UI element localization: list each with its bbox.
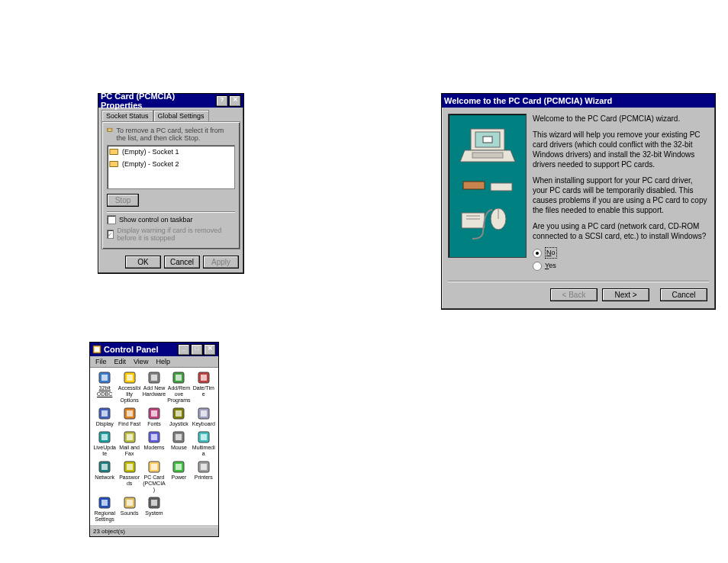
control-panel-item[interactable]: Fonts xyxy=(142,406,166,428)
wizard-heading: Welcome to the PC Card (PCMCIA) wizard. xyxy=(533,114,709,124)
applet-icon xyxy=(197,407,211,420)
svg-rect-47 xyxy=(201,434,207,440)
applet-label: Find Fast xyxy=(118,421,140,427)
applet-label: Accessibility Options xyxy=(118,385,140,404)
control-panel-item[interactable]: Passwords xyxy=(117,459,141,494)
display-warning-checkbox[interactable]: ✓ xyxy=(107,230,114,239)
applet-icon xyxy=(147,460,161,474)
socket-icon xyxy=(109,159,120,169)
control-panel-item[interactable]: Add New Hardware xyxy=(142,370,166,404)
radio-yes-label[interactable]: Yes xyxy=(545,261,556,271)
maximize-button[interactable]: □ xyxy=(191,344,203,355)
socket-label: (Empty) - Socket 1 xyxy=(122,148,179,156)
control-panel-item[interactable]: LiveUpdate xyxy=(92,429,117,458)
radio-no-label[interactable]: No xyxy=(545,247,557,259)
control-panel-item[interactable]: System xyxy=(142,495,166,523)
wizard-para1: This wizard will help you remove your ex… xyxy=(533,130,709,169)
svg-rect-61 xyxy=(127,500,133,506)
control-panel-item[interactable]: Regional Settings xyxy=(92,495,117,523)
applet-icon xyxy=(197,460,211,474)
applet-label: Sounds xyxy=(121,510,139,516)
applet-label: Add New Hardware xyxy=(143,385,166,397)
close-button[interactable]: ✕ xyxy=(204,344,216,355)
pccard-properties-titlebar[interactable]: PC Card (PCMCIA) Properties ? ✕ xyxy=(98,94,243,108)
control-panel-item[interactable]: Multimedia xyxy=(192,429,216,458)
svg-rect-10 xyxy=(491,183,512,191)
applet-icon xyxy=(98,407,111,420)
svg-rect-9 xyxy=(463,182,485,189)
svg-rect-45 xyxy=(176,434,182,440)
applet-icon xyxy=(98,460,111,474)
laptop-icon xyxy=(457,125,518,167)
svg-rect-31 xyxy=(127,410,133,417)
close-button[interactable]: ✕ xyxy=(229,95,241,107)
socket-icon xyxy=(109,146,120,157)
control-panel-item[interactable]: Network xyxy=(92,459,117,494)
radio-yes[interactable] xyxy=(533,262,542,271)
applet-icon xyxy=(172,430,185,444)
menu-edit[interactable]: Edit xyxy=(111,357,130,366)
applet-icon xyxy=(123,496,137,510)
display-warning-label: Display warning if card is removed befor… xyxy=(117,227,235,242)
wizard-titlebar[interactable]: Welcome to the PC Card (PCMCIA) Wizard xyxy=(442,94,715,108)
control-panel-item[interactable]: Date/Time xyxy=(192,370,216,404)
control-panel-item[interactable]: Display xyxy=(92,406,117,428)
svg-rect-3 xyxy=(110,162,118,167)
applet-label: Mail and Fax xyxy=(118,445,140,457)
wizard-cancel-button[interactable]: Cancel xyxy=(660,288,707,301)
svg-rect-33 xyxy=(151,410,157,417)
svg-rect-39 xyxy=(101,434,108,440)
control-panel-item[interactable]: Modems xyxy=(142,429,166,458)
control-panel-item[interactable]: 32bit ODBC xyxy=(92,370,117,404)
socket-list-item[interactable]: (Empty) - Socket 1 xyxy=(108,146,234,158)
svg-rect-11 xyxy=(462,213,485,228)
minimize-button[interactable]: _ xyxy=(178,344,190,355)
show-control-label: Show control on taskbar xyxy=(119,216,193,224)
ok-button[interactable]: OK xyxy=(125,256,161,269)
show-control-checkbox[interactable] xyxy=(107,215,116,224)
stop-button: Stop xyxy=(107,194,139,207)
control-panel-item[interactable]: Add/Remove Programs xyxy=(166,370,191,404)
svg-rect-63 xyxy=(151,500,157,506)
menu-view[interactable]: View xyxy=(130,357,152,366)
control-panel-title: Control Panel xyxy=(104,345,159,354)
applet-icon xyxy=(147,371,161,384)
help-button[interactable]: ? xyxy=(216,95,228,107)
tab-global-settings[interactable]: Global Settings xyxy=(153,110,209,121)
control-panel-item[interactable]: Power xyxy=(166,459,191,494)
socket-listbox[interactable]: (Empty) - Socket 1 (Empty) - Socket 2 xyxy=(107,145,235,189)
socket-list-item[interactable]: (Empty) - Socket 2 xyxy=(108,158,234,170)
tab-socket-status[interactable]: Socket Status xyxy=(101,110,153,121)
wizard-image xyxy=(448,114,527,258)
control-panel-item[interactable]: PC Card (PCMCIA) xyxy=(142,459,166,494)
control-panel-item[interactable]: Accessibility Options xyxy=(117,370,141,404)
svg-rect-23 xyxy=(151,375,157,381)
menu-file[interactable]: File xyxy=(92,357,111,366)
control-panel-item[interactable]: Mouse xyxy=(166,429,191,458)
apply-button: Apply xyxy=(203,256,239,269)
control-panel-item[interactable]: Sounds xyxy=(117,495,141,523)
control-panel-item[interactable]: Joystick xyxy=(166,406,191,428)
control-panel-item[interactable]: Mail and Fax xyxy=(117,429,141,458)
control-panel-item[interactable]: Find Fast xyxy=(117,406,141,428)
radio-no[interactable] xyxy=(533,249,542,258)
cancel-button[interactable]: Cancel xyxy=(164,256,200,269)
svg-rect-25 xyxy=(176,375,182,381)
svg-rect-35 xyxy=(176,410,182,417)
svg-rect-6 xyxy=(483,137,492,143)
applet-label: Date/Time xyxy=(192,385,215,397)
applet-icon xyxy=(98,371,111,384)
svg-rect-29 xyxy=(101,410,108,417)
control-panel-titlebar[interactable]: Control Panel _ □ ✕ xyxy=(90,343,218,356)
control-panel-item[interactable]: Printers xyxy=(192,459,216,494)
control-panel-item[interactable]: Keyboard xyxy=(192,406,216,428)
instruction-text: To remove a PC card, select it from the … xyxy=(117,127,235,142)
svg-rect-43 xyxy=(151,434,157,440)
applet-label: Printers xyxy=(195,475,213,481)
control-panel-icon xyxy=(92,345,101,354)
applet-icon xyxy=(197,430,211,444)
next-button[interactable]: Next > xyxy=(602,288,649,301)
applet-icon xyxy=(172,460,185,474)
menu-help[interactable]: Help xyxy=(152,357,174,366)
applet-label: 32bit ODBC xyxy=(93,385,116,397)
